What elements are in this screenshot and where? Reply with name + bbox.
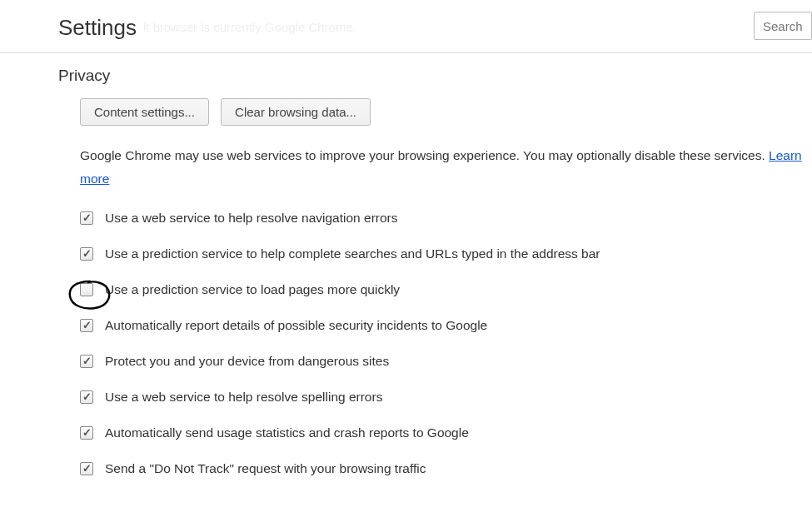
clear-browsing-data-button[interactable]: Clear browsing data... <box>221 98 371 126</box>
privacy-option-checkbox[interactable] <box>80 211 93 225</box>
search-input[interactable] <box>754 12 812 40</box>
privacy-option-row: Use a prediction service to load pages m… <box>80 282 812 297</box>
privacy-option-checkbox[interactable] <box>80 247 93 261</box>
header-bar: Settings lt browser is currently Google … <box>0 0 812 53</box>
privacy-option-checkbox[interactable] <box>80 390 93 404</box>
privacy-option-label: Automatically report details of possible… <box>105 318 487 333</box>
privacy-option-row: Use a prediction service to help complet… <box>80 246 812 261</box>
privacy-option-row: Automatically report details of possible… <box>80 318 812 333</box>
privacy-button-row: Content settings... Clear browsing data.… <box>80 98 812 126</box>
privacy-option-label: Use a web service to help resolve naviga… <box>105 211 398 226</box>
privacy-option-label: Send a "Do Not Track" request with your … <box>105 461 426 476</box>
content-settings-button[interactable]: Content settings... <box>80 98 209 126</box>
privacy-option-label: Use a web service to help resolve spelli… <box>105 390 382 405</box>
privacy-option-label: Use a prediction service to help complet… <box>105 246 600 261</box>
page-title: Settings <box>58 15 137 41</box>
privacy-options-list: Use a web service to help resolve naviga… <box>80 211 812 476</box>
privacy-option-checkbox[interactable] <box>80 355 93 368</box>
privacy-option-label: Use a prediction service to load pages m… <box>105 282 400 297</box>
privacy-option-row: Use a web service to help resolve spelli… <box>80 390 812 405</box>
privacy-option-checkbox[interactable] <box>80 283 93 296</box>
privacy-section-title: Privacy <box>58 67 812 85</box>
privacy-option-checkbox[interactable] <box>80 462 93 475</box>
faded-default-browser-text: lt browser is currently Google Chrome. <box>143 20 356 34</box>
privacy-option-checkbox[interactable] <box>80 426 93 440</box>
privacy-option-row: Automatically send usage statistics and … <box>80 425 812 440</box>
privacy-description: Google Chrome may use web services to im… <box>80 144 812 191</box>
privacy-option-label: Protect you and your device from dangero… <box>105 354 389 369</box>
privacy-option-row: Protect you and your device from dangero… <box>80 354 812 369</box>
privacy-option-checkbox[interactable] <box>80 319 93 332</box>
privacy-option-label: Automatically send usage statistics and … <box>105 425 469 440</box>
privacy-option-row: Use a web service to help resolve naviga… <box>80 211 812 226</box>
content-area: Privacy Content settings... Clear browsi… <box>0 53 812 476</box>
privacy-option-row: Send a "Do Not Track" request with your … <box>80 461 812 476</box>
privacy-description-text: Google Chrome may use web services to im… <box>80 148 769 162</box>
